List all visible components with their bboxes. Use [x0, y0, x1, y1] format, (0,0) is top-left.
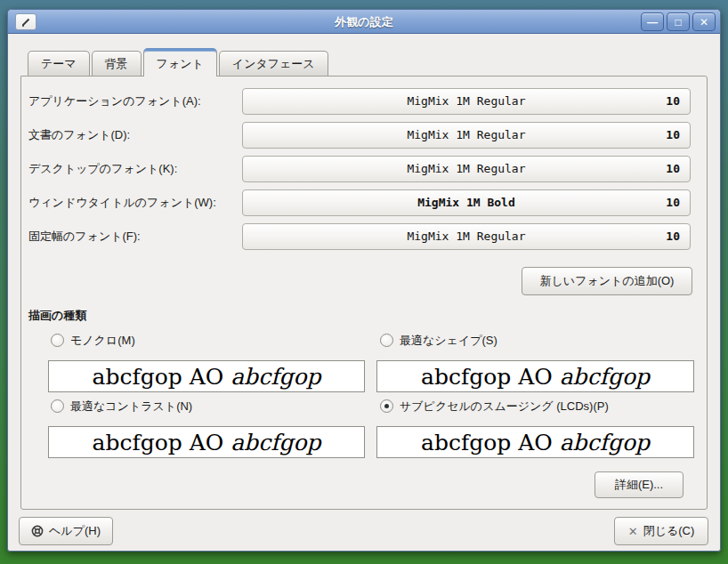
desktop-background: 外観の設定 — □ ✕ テーマ 背景 フォント インタフェース アプリケーション… — [0, 0, 728, 564]
desktop-font-label: デスクトップのフォント(K): — [28, 156, 177, 182]
monochrome-label: モノクロ(M) — [70, 333, 135, 349]
font-preview-best-shapes[interactable]: abcfgop AO abcfgop — [376, 360, 694, 392]
document-font-button[interactable]: MigMix 1M Regular 10 — [242, 122, 691, 149]
radio-option-best-shapes[interactable]: 最適なシェイプ(S) — [380, 333, 497, 348]
close-button[interactable]: ✕ 閉じる(C) — [614, 517, 708, 545]
font-size: 10 — [666, 157, 680, 181]
preview-regular-text: abcfgop AO — [93, 364, 231, 390]
window-title-font-row: ウィンドウタイトルのフォント(W): MigMix 1M Bold 10 — [28, 189, 691, 216]
close-button-label: 閉じる(C) — [643, 523, 695, 539]
tab-interface[interactable]: インタフェース — [219, 51, 328, 76]
preview-italic-text: abcfgop — [231, 430, 320, 455]
font-preview-monochrome[interactable]: abcfgop AO abcfgop — [48, 360, 365, 392]
preview-italic-text: abcfgop — [560, 430, 650, 455]
font-name: MigMix 1M Regular — [243, 224, 690, 249]
fixed-width-font-row: 固定幅のフォント(F): MigMix 1M Regular 10 — [28, 223, 691, 250]
radio-option-subpixel-smoothing[interactable]: サブピクセルのスムージング (LCDs)(P) — [380, 399, 609, 414]
add-new-font-button[interactable]: 新しいフォントの追加(O) — [522, 267, 692, 295]
fixed-width-font-button[interactable]: MigMix 1M Regular 10 — [242, 223, 691, 250]
close-window-button[interactable]: ✕ — [692, 12, 716, 31]
close-x-icon: ✕ — [628, 525, 638, 538]
window-title: 外観の設定 — [8, 10, 720, 34]
subpixel-smoothing-label: サブピクセルのスムージング (LCDs)(P) — [400, 399, 609, 415]
monochrome-radio[interactable] — [51, 334, 64, 347]
application-font-label: アプリケーションのフォント(A): — [28, 88, 201, 115]
font-name: MigMix 1M Regular — [243, 123, 690, 148]
best-shapes-radio[interactable] — [380, 334, 393, 347]
document-font-label: 文書のフォント(D): — [28, 122, 130, 149]
window-controls: — □ ✕ — [641, 12, 716, 31]
help-button-label: ヘルプ(H) — [49, 523, 101, 539]
fonts-tab-panel: アプリケーションのフォント(A): MigMix 1M Regular 10 文… — [20, 76, 708, 510]
window-title-font-label: ウィンドウタイトルのフォント(W): — [28, 189, 216, 216]
font-preview-subpixel-smoothing[interactable]: abcfgop AO abcfgop — [376, 426, 694, 458]
application-font-row: アプリケーションのフォント(A): MigMix 1M Regular 10 — [28, 88, 691, 115]
preview-regular-text: abcfgop AO — [421, 430, 560, 455]
font-name: MigMix 1M Regular — [243, 89, 690, 114]
fixed-width-font-label: 固定幅のフォント(F): — [28, 223, 141, 250]
best-shapes-label: 最適なシェイプ(S) — [400, 333, 497, 349]
desktop-font-row: デスクトップのフォント(K): MigMix 1M Regular 10 — [28, 156, 691, 182]
desktop-font-button[interactable]: MigMix 1M Regular 10 — [242, 156, 691, 182]
tab-fonts[interactable]: フォント — [143, 48, 217, 77]
maximize-button[interactable]: □ — [667, 12, 690, 31]
document-font-row: 文書のフォント(D): MigMix 1M Regular 10 — [28, 122, 691, 149]
preview-italic-text: abcfgop — [560, 364, 650, 390]
font-preview-best-contrast[interactable]: abcfgop AO abcfgop — [48, 426, 365, 458]
help-life-buoy-icon — [31, 525, 44, 537]
window-titlebar[interactable]: 外観の設定 — □ ✕ — [8, 10, 720, 34]
radio-option-best-contrast[interactable]: 最適なコントラスト(N) — [51, 399, 192, 414]
best-contrast-radio[interactable] — [51, 399, 64, 413]
preview-regular-text: abcfgop AO — [421, 364, 560, 390]
preview-italic-text: abcfgop — [231, 364, 320, 390]
font-name: MigMix 1M Regular — [243, 157, 690, 181]
window-title-font-button[interactable]: MigMix 1M Bold 10 — [242, 189, 691, 216]
radio-option-monochrome[interactable]: モノクロ(M) — [51, 333, 135, 348]
tab-bar: テーマ 背景 フォント インタフェース — [28, 48, 330, 76]
appearance-preferences-window: 外観の設定 — □ ✕ テーマ 背景 フォント インタフェース アプリケーション… — [7, 9, 721, 552]
font-size: 10 — [666, 123, 680, 148]
help-button[interactable]: ヘルプ(H) — [19, 517, 113, 545]
subpixel-smoothing-radio[interactable] — [380, 399, 393, 413]
font-name: MigMix 1M Bold — [243, 190, 690, 215]
best-contrast-label: 最適なコントラスト(N) — [70, 399, 192, 415]
font-size: 10 — [666, 190, 680, 215]
tab-theme[interactable]: テーマ — [28, 51, 90, 76]
tab-background[interactable]: 背景 — [92, 51, 142, 76]
application-font-button[interactable]: MigMix 1M Regular 10 — [242, 88, 691, 115]
minimize-button[interactable]: — — [641, 12, 664, 31]
font-size: 10 — [666, 89, 680, 114]
details-button[interactable]: 詳細(E)... — [595, 471, 684, 498]
font-size: 10 — [666, 224, 680, 249]
preview-regular-text: abcfgop AO — [93, 430, 231, 455]
rendering-section-heading: 描画の種類 — [28, 308, 86, 324]
